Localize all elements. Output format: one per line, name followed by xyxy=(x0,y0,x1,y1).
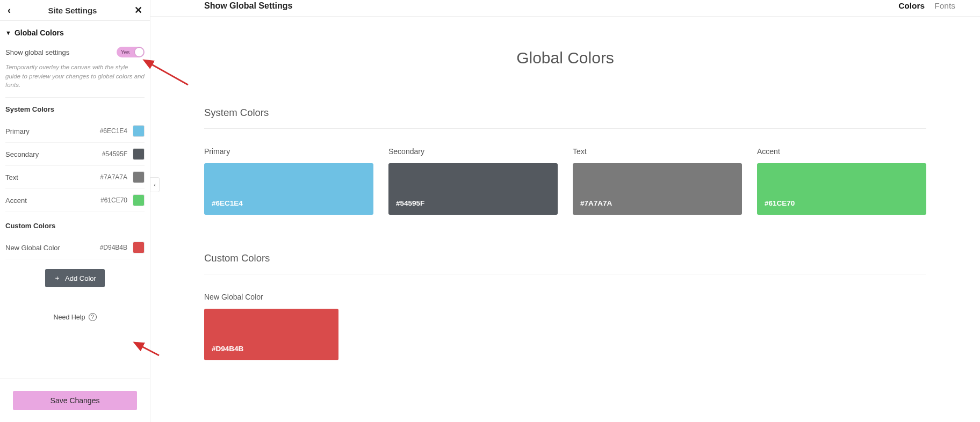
sidebar-footer: Save Changes xyxy=(0,379,150,422)
custom-card-grid: New Global Color#D94B4B xyxy=(204,293,338,360)
color-name: Accent xyxy=(5,197,27,205)
card-swatch[interactable]: #D94B4B xyxy=(204,309,338,360)
tab-colors[interactable]: Colors xyxy=(898,1,925,11)
card-swatch[interactable]: #7A7A7A xyxy=(573,163,742,215)
color-name: Secondary xyxy=(5,150,39,158)
card-hex: #6EC1E4 xyxy=(212,199,243,207)
color-swatch[interactable] xyxy=(133,148,145,160)
color-row[interactable]: Accent#61CE70 xyxy=(5,189,145,212)
color-right: #54595F xyxy=(102,148,145,160)
color-hex: #6EC1E4 xyxy=(100,127,127,135)
main-area: ‹ Show Global Settings Colors Fonts Glob… xyxy=(150,0,980,422)
card-swatch[interactable]: #54595F xyxy=(388,163,558,215)
need-help-link[interactable]: Need Help ? xyxy=(5,313,145,321)
save-changes-button[interactable]: Save Changes xyxy=(13,391,137,410)
color-name: Text xyxy=(5,173,18,181)
color-row[interactable]: Secondary#54595F xyxy=(5,143,145,166)
color-name: Primary xyxy=(5,127,30,135)
color-row[interactable]: Primary#6EC1E4 xyxy=(5,120,145,143)
card-label: Accent xyxy=(757,147,926,156)
top-title: Show Global Settings xyxy=(204,1,292,11)
tab-fonts[interactable]: Fonts xyxy=(934,1,955,11)
page-title: Global Colors xyxy=(204,49,926,67)
topbar: Show Global Settings Colors Fonts xyxy=(150,0,980,17)
color-card: New Global Color#D94B4B xyxy=(204,293,338,360)
section-global-colors[interactable]: ▼ Global Colors xyxy=(5,28,145,37)
color-right: #61CE70 xyxy=(100,194,145,206)
color-card: Primary#6EC1E4 xyxy=(204,147,373,215)
color-card: Secondary#54595F xyxy=(388,147,558,215)
plus-icon: ＋ xyxy=(54,273,61,283)
color-hex: #54595F xyxy=(102,150,127,158)
toggle-yes-text: Yes xyxy=(121,49,129,55)
collapse-sidebar-tab[interactable]: ‹ xyxy=(150,177,160,192)
color-row[interactable]: New Global Color#D94B4B xyxy=(5,236,145,259)
color-hex: #7A7A7A xyxy=(100,173,127,181)
need-help-label: Need Help xyxy=(53,314,85,321)
color-card: Accent#61CE70 xyxy=(757,147,926,215)
color-row[interactable]: Text#7A7A7A xyxy=(5,166,145,189)
sidebar-body: ▼ Global Colors Show global settings Yes… xyxy=(0,21,150,379)
color-name: New Global Color xyxy=(5,244,60,252)
card-label: Primary xyxy=(204,147,373,156)
color-hex: #D94B4B xyxy=(100,244,127,251)
main-content: Global Colors System Colors Primary#6EC1… xyxy=(150,17,980,360)
color-right: #D94B4B xyxy=(100,242,145,253)
add-color-label: Add Color xyxy=(65,274,96,282)
divider xyxy=(5,97,145,98)
card-label: Secondary xyxy=(388,147,558,156)
color-swatch[interactable] xyxy=(133,171,145,183)
card-hex: #7A7A7A xyxy=(580,199,612,207)
show-global-label: Show global settings xyxy=(5,48,69,56)
save-label: Save Changes xyxy=(51,396,100,405)
show-global-settings-row: Show global settings Yes xyxy=(5,47,145,57)
color-hex: #61CE70 xyxy=(100,197,127,204)
help-icon: ? xyxy=(89,313,97,321)
add-color-button[interactable]: ＋ Add Color xyxy=(45,269,105,287)
show-global-toggle[interactable]: Yes xyxy=(117,47,145,57)
helper-text: Temporarily overlay the canvas with the … xyxy=(5,63,145,90)
section-label: Global Colors xyxy=(15,28,64,37)
card-label: Text xyxy=(573,147,742,156)
main-system-heading: System Colors xyxy=(204,107,926,129)
system-colors-heading: System Colors xyxy=(5,105,145,113)
back-icon[interactable]: ‹ xyxy=(8,5,11,16)
card-hex: #61CE70 xyxy=(765,199,795,207)
card-swatch[interactable]: #61CE70 xyxy=(757,163,926,215)
card-swatch[interactable]: #6EC1E4 xyxy=(204,163,373,215)
caret-down-icon: ▼ xyxy=(5,30,11,36)
color-card: Text#7A7A7A xyxy=(573,147,742,215)
toggle-knob xyxy=(135,48,143,56)
color-swatch[interactable] xyxy=(133,125,145,137)
system-card-grid: Primary#6EC1E4Secondary#54595FText#7A7A7… xyxy=(204,147,926,215)
sidebar-title: Site Settings xyxy=(48,6,97,15)
close-icon[interactable]: ✕ xyxy=(134,4,142,16)
custom-colors-heading: Custom Colors xyxy=(5,222,145,230)
card-label: New Global Color xyxy=(204,293,338,301)
card-hex: #D94B4B xyxy=(212,345,243,353)
sidebar-panel: ‹ Site Settings ✕ ▼ Global Colors Show g… xyxy=(0,0,150,422)
sidebar-header: ‹ Site Settings ✕ xyxy=(0,0,150,21)
main-custom-heading: Custom Colors xyxy=(204,252,926,274)
color-right: #7A7A7A xyxy=(100,171,145,183)
card-hex: #54595F xyxy=(396,199,424,207)
color-swatch[interactable] xyxy=(133,242,145,253)
color-right: #6EC1E4 xyxy=(100,125,145,137)
top-tabs: Colors Fonts xyxy=(898,1,955,11)
color-swatch[interactable] xyxy=(133,194,145,206)
